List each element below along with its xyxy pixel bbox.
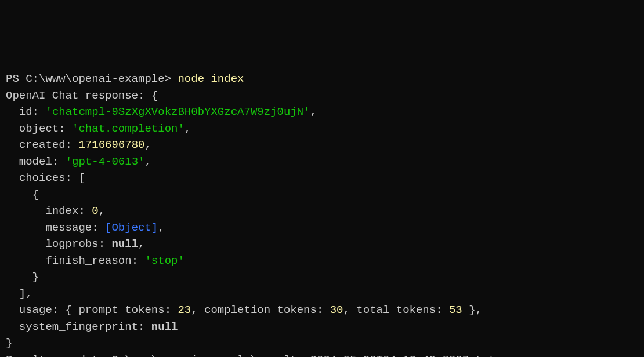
terminal-output[interactable]: PS C:\www\openai-example> node index Ope…: [6, 71, 638, 357]
created-comma: ,: [144, 139, 151, 151]
output-usage-line: usage: { prompt_tokens: 23, completion_t…: [6, 304, 482, 316]
response-close: }: [6, 337, 12, 349]
index-comma: ,: [99, 205, 105, 217]
output-index-line: index: 0,: [6, 205, 105, 217]
object-key: object:: [6, 122, 72, 135]
created-value: 1716696780: [78, 139, 144, 151]
usage-total-tokens-value: 53: [449, 304, 462, 316]
logprobs-comma: ,: [138, 238, 144, 250]
model-comma: ,: [144, 155, 151, 168]
usage-total-tokens-key: , total_tokens:: [343, 304, 449, 316]
output-message-line: message: [Object],: [6, 221, 165, 234]
output-created-line: created: 1716696780,: [6, 139, 151, 151]
id-key: id:: [6, 105, 45, 118]
fingerprint-key: system_fingerprint:: [6, 320, 151, 333]
model-key: model:: [6, 155, 66, 168]
output-object-line: object: 'chat.completion',: [6, 122, 191, 135]
usage-completion-tokens-value: 30: [330, 304, 343, 316]
prompt-path: PS C:\www\openai-example>: [6, 72, 178, 85]
choices-close: ],: [6, 287, 32, 300]
output-fingerprint-line: system_fingerprint: null: [6, 320, 178, 333]
object-value: 'chat.completion': [72, 122, 184, 135]
message-comma: ,: [158, 221, 164, 234]
usage-prompt-tokens-key: usage: { prompt_tokens:: [6, 304, 178, 316]
output-model-line: model: 'gpt-4-0613',: [6, 155, 151, 168]
output-finish-reason-line: finish_reason: 'stop': [6, 254, 184, 267]
logprobs-key: logprobs:: [6, 238, 111, 250]
model-value: 'gpt-4-0613': [66, 155, 145, 168]
id-value: 'chatcmpl-9SzXgXVokzBH0bYXGzcA7W9zj0ujN': [45, 105, 310, 118]
index-value: 0: [92, 205, 98, 217]
usage-prompt-tokens-value: 23: [178, 304, 191, 316]
finish-reason-value: 'stop': [144, 254, 184, 267]
message-key: message:: [6, 221, 105, 234]
choice-brace-close: }: [6, 271, 39, 283]
output-response-open: OpenAI Chat response: {: [6, 89, 158, 102]
choice-brace-open: {: [6, 188, 39, 201]
object-comma: ,: [184, 122, 191, 135]
command-text: node index: [178, 72, 244, 85]
output-id-line: id: 'chatcmpl-9SzXgXVokzBH0bYXGzcA7W9zj0…: [6, 105, 317, 118]
message-value: [Object]: [105, 221, 158, 234]
id-comma: ,: [310, 105, 317, 118]
finish-reason-key: finish_reason:: [6, 254, 144, 267]
usage-close: },: [462, 304, 482, 316]
index-key: index:: [6, 205, 92, 217]
usage-completion-tokens-key: , completion_tokens:: [191, 304, 330, 316]
created-key: created:: [6, 139, 78, 151]
logprobs-value: null: [111, 238, 138, 250]
prompt-line-1: PS C:\www\openai-example> node index: [6, 72, 244, 85]
output-logprobs-line: logprobs: null,: [6, 238, 144, 250]
fingerprint-value: null: [151, 320, 178, 333]
result-saved-message: Result saved to C:\www\openai-example\re…: [6, 354, 495, 358]
choices-open: choices: [: [6, 172, 85, 184]
